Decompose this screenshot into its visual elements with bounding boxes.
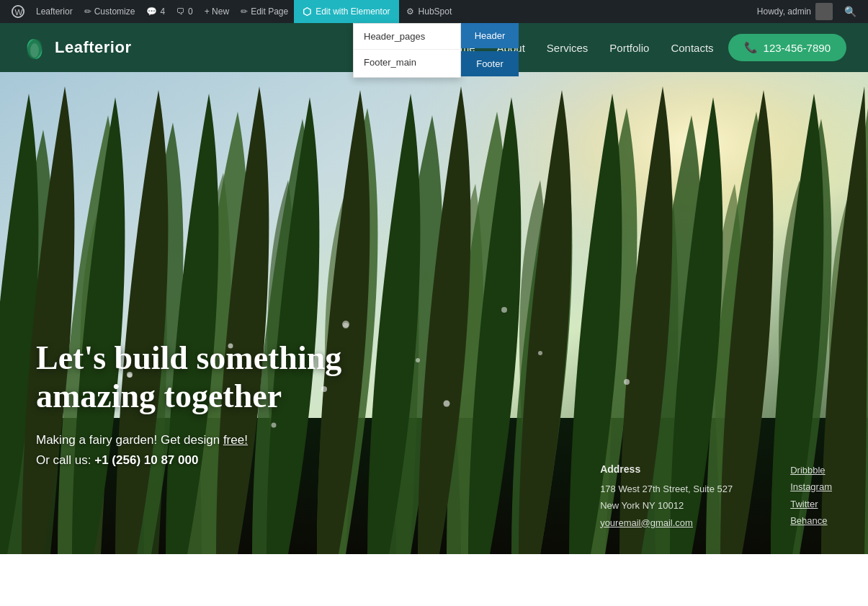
bubbles-icon: 🗨 <box>176 6 185 17</box>
edit-page-item[interactable]: ✏ Edit Page <box>235 0 294 23</box>
hero-title: Let's build something amazing together <box>36 339 396 416</box>
hero-call: Or call us: +1 (256) 10 87 000 <box>36 453 396 468</box>
customize-item[interactable]: ✏ Customize <box>79 0 141 23</box>
phone-icon: 📞 <box>744 41 758 54</box>
address-line1: 178 West 27th Street, Suite 527 <box>600 482 733 496</box>
email-link[interactable]: youremail@gmail.com <box>600 516 733 530</box>
svg-point-13 <box>444 401 450 407</box>
social-behance[interactable]: Behance <box>790 514 832 528</box>
svg-point-15 <box>624 379 630 385</box>
header-action-btn[interactable]: Header <box>461 23 519 48</box>
social-dribbble[interactable]: Dribbble <box>790 463 832 478</box>
hero-free-link[interactable]: free! <box>223 433 248 447</box>
logo-icon <box>22 35 48 61</box>
svg-point-14 <box>538 351 542 355</box>
hero-content: Let's build something amazing together M… <box>36 339 396 468</box>
dropdown-list: Header_pages Footer_main <box>353 23 461 78</box>
customize-icon: ✏ <box>84 6 91 17</box>
wp-logo-item[interactable]: W <box>6 0 30 23</box>
admin-bar-right: Howdy, admin 🔍 <box>751 3 862 20</box>
social-twitter[interactable]: Twitter <box>790 497 832 512</box>
comments-icon: 💬 <box>146 6 157 17</box>
nav-item-portfolio[interactable]: Portfolio <box>609 42 649 54</box>
elementor-label: Edit with Elementor <box>316 6 390 17</box>
elementor-dropdown: Header_pages Footer_main Header Footer <box>353 23 519 78</box>
search-button[interactable]: 🔍 <box>838 6 862 17</box>
edit-icon: ✏ <box>241 6 248 17</box>
comments-item[interactable]: 💬 4 <box>140 0 171 23</box>
address-line2: New York NY 10012 <box>600 499 733 513</box>
edit-with-elementor-btn[interactable]: ⬡ Edit with Elementor <box>294 0 398 23</box>
edit-page-label: Edit Page <box>251 6 288 17</box>
hero-section: Let's build something amazing together M… <box>0 72 868 554</box>
bubbles-item[interactable]: 🗨 0 <box>171 0 199 23</box>
site-name-label: Leafterior <box>36 6 73 17</box>
address-label: Address <box>600 463 733 475</box>
logo[interactable]: Leafterior <box>22 35 131 61</box>
dropdown-actions: Header Footer <box>461 23 519 78</box>
howdy-item[interactable]: Howdy, admin <box>751 3 838 20</box>
new-item[interactable]: + New <box>199 0 235 23</box>
howdy-label: Howdy, admin <box>757 6 811 17</box>
svg-point-17 <box>343 323 349 329</box>
dropdown-item-header-pages[interactable]: Header_pages <box>354 24 460 50</box>
nav-item-contacts[interactable]: Contacts <box>671 42 713 54</box>
comments-count: 4 <box>160 6 165 17</box>
footer-address-col: Address 178 West 27th Street, Suite 527 … <box>600 463 733 533</box>
social-instagram[interactable]: Instagram <box>790 480 832 494</box>
hubspot-btn[interactable]: ⚙ HubSpot <box>399 0 460 23</box>
svg-point-16 <box>342 321 349 328</box>
svg-point-4 <box>30 43 39 58</box>
hero-footer-info: Address 178 West 27th Street, Suite 527 … <box>600 463 832 533</box>
hero-subtitle: Making a fairy garden! Get design free! <box>36 433 396 447</box>
phone-number: 123-456-7890 <box>764 42 831 54</box>
footer-action-btn[interactable]: Footer <box>461 51 519 76</box>
admin-bar: W Leafterior ✏ Customize 💬 4 🗨 0 + New ✏… <box>0 0 868 23</box>
svg-text:W: W <box>15 7 23 17</box>
hubspot-icon: ⚙ <box>406 6 414 17</box>
customize-label: Customize <box>94 6 135 17</box>
dropdown-item-footer-main[interactable]: Footer_main <box>354 50 460 75</box>
avatar <box>815 3 833 20</box>
footer-social-col: Dribbble Instagram Twitter Behance <box>790 463 832 533</box>
new-label: + New <box>205 6 229 17</box>
bubbles-count: 0 <box>188 6 193 17</box>
nav-item-services[interactable]: Services <box>547 42 589 54</box>
hubspot-label: HubSpot <box>419 6 452 17</box>
hero-phone: +1 (256) 10 87 000 <box>94 453 198 467</box>
svg-point-12 <box>416 358 420 362</box>
site-name-item[interactable]: Leafterior <box>30 0 79 23</box>
svg-point-19 <box>501 307 507 313</box>
elementor-icon: ⬡ <box>303 6 311 17</box>
logo-text: Leafterior <box>55 38 131 57</box>
phone-cta-button[interactable]: 📞 123-456-7890 <box>728 34 846 61</box>
